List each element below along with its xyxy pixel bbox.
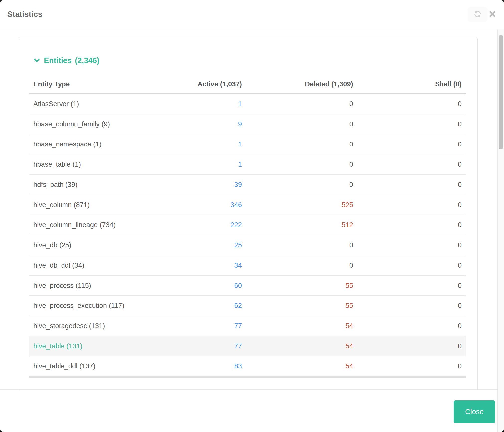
modal-body: Entities (2,346) Entity Type Active (1,0… <box>0 29 504 389</box>
deleted-count: 0 <box>242 261 353 269</box>
deleted-count-link[interactable]: 54 <box>242 322 353 330</box>
table-row: hive_table_ddl (137)83540 <box>29 356 466 376</box>
table-body: AtlasServer (1)100hbase_column_family (9… <box>29 94 466 376</box>
entity-type-link[interactable]: hive_process_execution (117) <box>33 302 142 310</box>
table-row: hive_column (871)3465250 <box>29 195 466 215</box>
column-header-entity-type: Entity Type <box>33 80 142 88</box>
deleted-count-link[interactable]: 54 <box>242 342 353 350</box>
active-count-link[interactable]: 1 <box>142 140 242 148</box>
entities-section-count: (2,346) <box>75 56 99 65</box>
partial-next-row-strip <box>29 376 466 378</box>
refresh-icon <box>474 10 482 19</box>
deleted-count: 0 <box>242 181 353 189</box>
active-count-link[interactable]: 222 <box>142 221 242 229</box>
table-header-row: Entity Type Active (1,037) Deleted (1,30… <box>29 75 466 94</box>
shell-count: 0 <box>353 302 462 310</box>
chevron-down-icon <box>33 56 40 65</box>
shell-count: 0 <box>353 160 462 168</box>
deleted-count-link[interactable]: 55 <box>242 282 353 289</box>
table-row: hive_table (131)77540 <box>29 336 466 356</box>
entities-section-title: Entities <box>44 56 72 65</box>
table-row: hive_process_execution (117)62550 <box>29 296 466 316</box>
shell-count: 0 <box>353 342 462 350</box>
deleted-count-link[interactable]: 54 <box>242 362 353 370</box>
column-header-active: Active (1,037) <box>142 80 242 88</box>
entity-type-link[interactable]: hbase_column_family (9) <box>33 120 142 128</box>
shell-count: 0 <box>353 120 462 128</box>
shell-count: 0 <box>353 241 462 249</box>
entity-type-link[interactable]: hive_table (131) <box>33 342 142 350</box>
refresh-button[interactable] <box>468 7 487 22</box>
column-header-shell: Shell (0) <box>353 80 462 88</box>
shell-count: 0 <box>353 221 462 229</box>
scrollbar-thumb[interactable] <box>499 35 503 149</box>
active-count-link[interactable]: 34 <box>142 261 242 269</box>
entity-type-link[interactable]: hive_storagedesc (131) <box>33 322 142 330</box>
shell-count: 0 <box>353 322 462 330</box>
active-count-link[interactable]: 346 <box>142 201 242 209</box>
entity-type-link[interactable]: hive_db_ddl (34) <box>33 261 142 269</box>
active-count-link[interactable]: 25 <box>142 241 242 249</box>
deleted-count-link[interactable]: 512 <box>242 221 353 229</box>
table-row: hive_storagedesc (131)77540 <box>29 316 466 336</box>
close-button[interactable]: Close <box>454 400 495 423</box>
active-count-link[interactable]: 1 <box>142 160 242 168</box>
entity-type-link[interactable]: hive_column_lineage (734) <box>33 221 142 229</box>
page-scrollbar[interactable] <box>497 29 504 432</box>
deleted-count: 0 <box>242 241 353 249</box>
table-row: hive_db_ddl (34)3400 <box>29 255 466 276</box>
deleted-count: 0 <box>242 100 353 108</box>
table-row: hive_db (25)2500 <box>29 235 466 255</box>
active-count-link[interactable]: 60 <box>142 282 242 289</box>
modal-close-button[interactable] <box>488 7 496 22</box>
close-icon <box>489 11 496 18</box>
deleted-count-link[interactable]: 55 <box>242 302 353 310</box>
table-row: hbase_table (1)100 <box>29 154 466 175</box>
shell-count: 0 <box>353 282 462 289</box>
entities-table: Entity Type Active (1,037) Deleted (1,30… <box>29 75 466 378</box>
page-title: Statistics <box>7 10 42 19</box>
shell-count: 0 <box>353 362 462 370</box>
table-row: hbase_namespace (1)100 <box>29 134 466 154</box>
active-count-link[interactable]: 77 <box>142 342 242 350</box>
statistics-modal: Statistics <box>0 0 504 432</box>
entity-type-link[interactable]: hive_process (115) <box>33 282 142 289</box>
table-row: hive_process (115)60550 <box>29 276 466 296</box>
deleted-count: 0 <box>242 160 353 168</box>
shell-count: 0 <box>353 201 462 209</box>
entities-accordion-toggle[interactable]: Entities (2,346) <box>33 56 99 66</box>
active-count-link[interactable]: 9 <box>142 120 242 128</box>
modal-header: Statistics <box>0 0 504 29</box>
entity-type-link[interactable]: hbase_namespace (1) <box>33 140 142 148</box>
shell-count: 0 <box>353 181 462 189</box>
shell-count: 0 <box>353 140 462 148</box>
active-count-link[interactable]: 77 <box>142 322 242 330</box>
modal-footer: Close <box>0 389 504 432</box>
column-header-deleted: Deleted (1,309) <box>242 80 353 88</box>
table-row: hdfs_path (39)3900 <box>29 175 466 195</box>
entity-type-link[interactable]: hdfs_path (39) <box>33 181 142 189</box>
table-row: AtlasServer (1)100 <box>29 94 466 114</box>
statistics-panel: Entities (2,346) Entity Type Active (1,0… <box>18 37 478 389</box>
shell-count: 0 <box>353 100 462 108</box>
entity-type-link[interactable]: hbase_table (1) <box>33 160 142 168</box>
deleted-count-link[interactable]: 525 <box>242 201 353 209</box>
active-count-link[interactable]: 1 <box>142 100 242 108</box>
entity-type-link[interactable]: hive_db (25) <box>33 241 142 249</box>
entity-type-link[interactable]: hive_table_ddl (137) <box>33 362 142 370</box>
table-row: hbase_column_family (9)900 <box>29 114 466 134</box>
deleted-count: 0 <box>242 120 353 128</box>
deleted-count: 0 <box>242 140 353 148</box>
entity-type-link[interactable]: hive_column (871) <box>33 201 142 209</box>
active-count-link[interactable]: 39 <box>142 181 242 189</box>
entity-type-link[interactable]: AtlasServer (1) <box>33 100 142 108</box>
table-row: hive_column_lineage (734)2225120 <box>29 215 466 235</box>
active-count-link[interactable]: 83 <box>142 362 242 370</box>
shell-count: 0 <box>353 261 462 269</box>
header-actions <box>468 7 496 22</box>
active-count-link[interactable]: 62 <box>142 302 242 310</box>
